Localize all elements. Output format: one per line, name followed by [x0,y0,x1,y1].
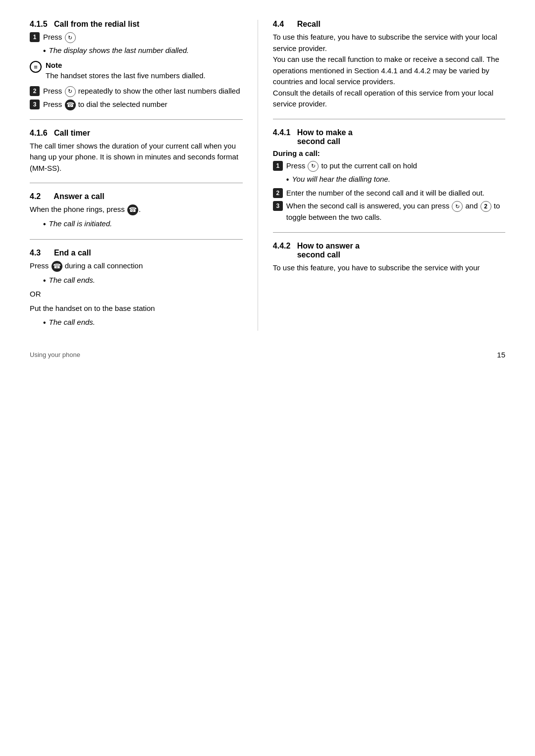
note-content: Note The handset stores the last five nu… [46,61,206,82]
section-4-1-6-body: The call timer shows the duration of you… [30,141,243,174]
left-column: 4.1.5 Call from the redial list 1 Press … [30,20,258,331]
section-title-4-1-6: 4.1.6 Call timer [30,129,243,138]
num2-icon: 2 [481,201,491,212]
step-content: Enter the number of the second call and … [286,188,505,199]
note-label: Note [46,61,62,69]
step-item-1: 1 Press ↻ to put the current call on hol… [273,160,505,172]
footer-left-text: Using your phone [30,351,80,358]
section-4-1-5: 4.1.5 Call from the redial list 1 Press … [30,20,243,110]
note-icon: ≡ [30,61,42,73]
step-content: Press ↻ to put the current call on hold [286,160,505,172]
bullet-item: • The display shows the last number dial… [43,45,243,57]
section-4-3-or: OR [30,289,243,300]
step-number: 1 [273,161,283,171]
step-content: Press ☎ to dial the selected number [43,99,243,110]
step-content: When the second call is answered, you ca… [286,201,505,223]
right-column: 4.4 Recall To use this feature, you have… [258,20,505,331]
step-number: 2 [273,188,283,198]
divider [273,232,505,233]
note-box: ≡ Note The handset stores the last five … [30,61,243,82]
redial-icon: ↻ [65,32,76,43]
section-4-2-body: When the phone rings, press ☎. [30,204,243,215]
section-4-3-body2: Put the handset on to the base station [30,303,243,314]
section-4-4-body: To use this feature, you have to subscri… [273,32,505,110]
section-4-3: 4.3 End a call Press ☎ during a call con… [30,249,243,329]
step-list-4-4-1-cont: 2 Enter the number of the second call an… [273,188,505,223]
bullet-text: The display shows the last number dialle… [49,45,189,56]
bullet-text: The call ends. [49,317,95,328]
divider [30,239,243,240]
handset-icon: ☎ [65,100,76,110]
section-title-4-4-2: 4.4.2 How to answer a second call [273,242,505,259]
section-4-4-1: 4.4.1 How to make a second call During a… [273,128,505,223]
step-number: 3 [30,100,40,109]
step-list-4-1-5: 1 Press ↻ [30,32,243,43]
section-4-1-6: 4.1.6 Call timer The call timer shows th… [30,129,243,174]
redial-icon: ↻ [452,201,463,212]
section-4-4-2-body: To use this feature, you have to subscri… [273,262,505,274]
section-4-3-body1: Press ☎ during a call connection [30,260,243,272]
bullet-item-4-2: • The call is initiated. [43,218,243,230]
step-item-2: 2 Enter the number of the second call an… [273,188,505,199]
redial-icon: ↻ [65,86,76,97]
section-title-4-1-5: 4.1.5 Call from the redial list [30,20,243,29]
divider [273,119,505,119]
footer: Using your phone 15 [30,346,505,359]
step-number: 1 [30,32,40,42]
handset-icon: ☎ [52,261,62,272]
during-call-label: During a call: [273,149,505,157]
handset-icon: ☎ [127,204,138,215]
step-list-4-1-5-cont: 2 Press ↻ repeatedly to show the other l… [30,86,243,110]
bullet-item-4-4-1: • You will hear the dialling tone. [286,174,505,186]
step-item-3: 3 When the second call is answered, you … [273,201,505,223]
divider [30,119,243,120]
bullet-text: The call is initiated. [49,218,112,230]
bullet-item-4-3-2: • The call ends. [43,317,243,329]
note-text: The handset stores the last five numbers… [46,70,206,82]
bullet-text: The call ends. [49,275,95,286]
section-4-4-2: 4.4.2 How to answer a second call To use… [273,242,505,274]
step-item-3: 3 Press ☎ to dial the selected number [30,99,243,110]
step-number: 3 [273,201,283,211]
section-4-4: 4.4 Recall To use this feature, you have… [273,20,505,110]
divider [30,183,243,183]
section-title-4-4: 4.4 Recall [273,20,505,29]
step-list-4-4-1: 1 Press ↻ to put the current call on hol… [273,160,505,172]
step-item: 1 Press ↻ [30,32,243,43]
step-number: 2 [30,86,40,96]
bullet-item-4-3-1: • The call ends. [43,275,243,287]
section-title-4-2: 4.2 Answer a call [30,192,243,201]
section-4-2: 4.2 Answer a call When the phone rings, … [30,192,243,230]
step-content: Press ↻ repeatedly to show the other las… [43,86,243,97]
section-num: 4.1.5 [30,20,48,28]
section-title-4-4-1: 4.4.1 How to make a second call [273,128,505,146]
section-title-4-3: 4.3 End a call [30,249,243,257]
step-item-2: 2 Press ↻ repeatedly to show the other l… [30,86,243,97]
page-number: 15 [497,351,505,359]
redial-icon: ↻ [308,161,319,172]
bullet-text: You will hear the dialling tone. [292,174,390,185]
step-content: Press ↻ [43,32,243,43]
